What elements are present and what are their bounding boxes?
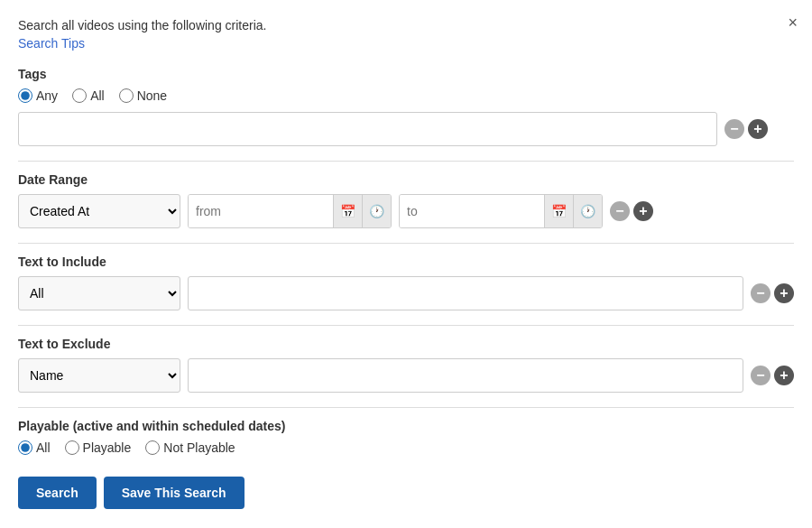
date-range-section: Date Range Created At Updated At Publish… (18, 172, 794, 228)
save-search-button[interactable]: Save This Search (104, 477, 245, 509)
tags-all-label: All (90, 88, 105, 103)
tags-input-row: − + (18, 112, 794, 146)
tags-any-label: Any (36, 88, 58, 103)
text-exclude-remove-button[interactable]: − (751, 366, 770, 385)
tags-radio-any[interactable] (18, 88, 32, 103)
date-from-clock-button[interactable]: 🕐 (362, 195, 391, 227)
tags-option-all[interactable]: All (72, 88, 105, 103)
playable-radio-playable[interactable] (65, 440, 79, 455)
text-exclude-input[interactable] (188, 358, 743, 393)
date-remove-button[interactable]: − (610, 201, 630, 221)
search-tips-link[interactable]: Search Tips (18, 36, 85, 51)
search-button[interactable]: Search (18, 477, 97, 509)
date-add-button[interactable]: + (633, 201, 653, 221)
tags-controls: − + (724, 119, 768, 139)
tags-label: Tags (18, 67, 794, 81)
playable-option-all[interactable]: All (18, 440, 51, 455)
tags-option-none[interactable]: None (119, 88, 167, 103)
playable-label: Playable (active and within scheduled da… (18, 419, 794, 433)
text-exclude-section: Text to Exclude Name All Description Tag… (18, 337, 794, 393)
text-include-row: All Name Description Tags − + (18, 276, 794, 310)
date-range-row: Created At Updated At Published At 📅 🕐 📅… (18, 194, 794, 228)
intro-text: Search all videos using the following cr… (18, 18, 794, 32)
date-from-calendar-button[interactable]: 📅 (333, 195, 362, 227)
text-exclude-add-button[interactable]: + (774, 366, 794, 385)
tags-section: Tags Any All None − + (18, 67, 794, 146)
playable-not-playable-label: Not Playable (163, 440, 235, 455)
text-include-section: Text to Include All Name Description Tag… (18, 255, 794, 310)
date-range-label: Date Range (18, 172, 794, 187)
text-include-input[interactable] (188, 276, 743, 310)
date-range-select[interactable]: Created At Updated At Published At (18, 194, 180, 228)
text-include-remove-button[interactable]: − (751, 283, 770, 303)
date-to-input[interactable] (400, 195, 544, 227)
tags-remove-button[interactable]: − (724, 119, 744, 139)
playable-all-label: All (36, 440, 51, 455)
close-button[interactable]: × (788, 14, 798, 31)
divider-3 (18, 325, 794, 326)
text-exclude-label: Text to Exclude (18, 337, 794, 351)
tags-none-label: None (137, 88, 167, 103)
playable-playable-label: Playable (83, 440, 132, 455)
text-exclude-select[interactable]: Name All Description Tags (18, 358, 180, 393)
date-to-wrapper: 📅 🕐 (399, 194, 603, 228)
date-controls: − + (610, 201, 653, 221)
playable-radio-all[interactable] (18, 440, 32, 455)
date-to-clock-button[interactable]: 🕐 (573, 195, 602, 227)
playable-radio-not-playable[interactable] (145, 440, 160, 455)
date-from-wrapper: 📅 🕐 (188, 194, 392, 228)
text-include-select[interactable]: All Name Description Tags (18, 276, 180, 310)
date-to-calendar-button[interactable]: 📅 (544, 195, 573, 227)
tags-radio-group: Any All None (18, 88, 794, 103)
divider-1 (18, 161, 794, 162)
tags-input[interactable] (18, 112, 717, 146)
text-include-add-button[interactable]: + (774, 283, 794, 303)
playable-radio-group: All Playable Not Playable (18, 440, 794, 455)
footer-buttons: Search Save This Search (18, 477, 794, 509)
playable-option-not-playable[interactable]: Not Playable (145, 440, 235, 455)
playable-option-playable[interactable]: Playable (65, 440, 132, 455)
divider-2 (18, 243, 794, 244)
text-exclude-row: Name All Description Tags − + (18, 358, 794, 393)
tags-radio-none[interactable] (119, 88, 134, 103)
tags-option-any[interactable]: Any (18, 88, 58, 103)
divider-4 (18, 407, 794, 408)
tags-radio-all[interactable] (72, 88, 87, 103)
date-from-input[interactable] (189, 195, 333, 227)
tags-add-button[interactable]: + (748, 119, 768, 139)
text-include-controls: − + (751, 283, 794, 303)
playable-section: Playable (active and within scheduled da… (18, 419, 794, 455)
text-exclude-controls: − + (751, 366, 794, 385)
text-include-label: Text to Include (18, 255, 794, 269)
